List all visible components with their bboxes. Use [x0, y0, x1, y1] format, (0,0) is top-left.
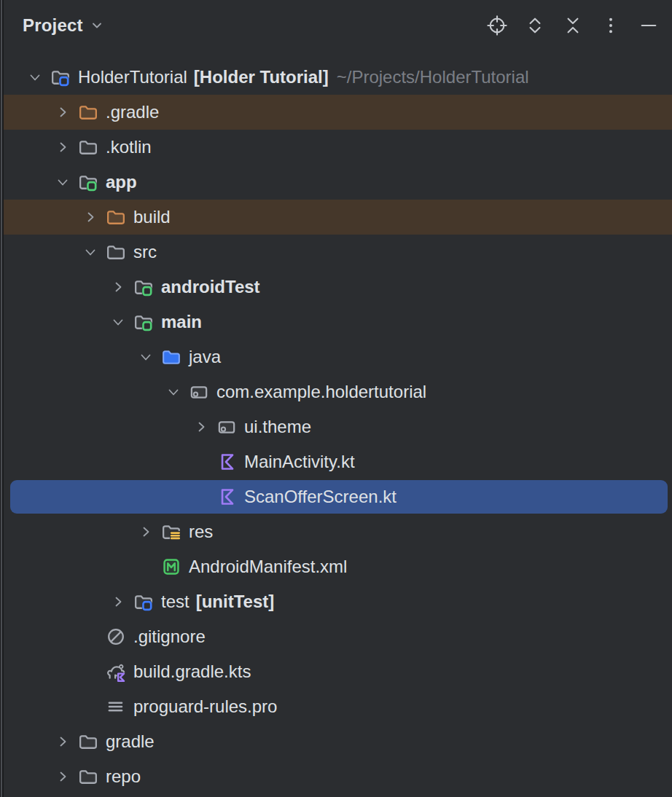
folder-icon	[78, 731, 98, 752]
chevron-down-icon	[90, 18, 104, 33]
row-highlight	[4, 514, 672, 549]
kotlin-file-icon	[216, 452, 237, 472]
item-label: MainActivity.kt	[244, 452, 355, 472]
item-name: com.example.holdertutorial	[216, 382, 426, 402]
item-label: .gitignore	[133, 627, 206, 647]
tree-row-mainactivity.kt[interactable]: MainActivity.kt	[4, 444, 672, 479]
folder-icon	[78, 137, 98, 157]
row-highlight	[4, 654, 672, 689]
tree-row-proguard-rules.pro[interactable]: proguard-rules.pro	[4, 689, 672, 724]
item-label: build.gradle.kts	[133, 661, 251, 682]
collapse-all-button[interactable]	[560, 12, 586, 39]
resources-folder-icon	[161, 522, 181, 542]
gradle-kotlin-file-icon	[106, 661, 126, 682]
chevron-down-icon[interactable]	[136, 339, 155, 374]
chevron-down-icon[interactable]	[109, 305, 128, 339]
folder-icon	[106, 242, 126, 262]
tree-row-.gradle[interactable]: .gradle	[4, 95, 672, 130]
chevron-right-icon[interactable]	[53, 130, 72, 165]
locate-file-button[interactable]	[484, 12, 510, 39]
chevron-right-icon[interactable]	[53, 724, 72, 759]
tree-row-test[interactable]: test[unitTest]	[4, 584, 672, 619]
chevron-down-icon[interactable]	[53, 165, 72, 200]
tree-row-res[interactable]: res	[4, 514, 672, 549]
chevron-right-icon[interactable]	[192, 409, 211, 444]
item-path: ~/Projects/HolderTutorial	[337, 67, 529, 87]
tree-row-app[interactable]: app	[4, 165, 672, 200]
item-label: gradle	[106, 731, 155, 752]
item-label: .kotlin	[106, 137, 152, 157]
tree-row-repo[interactable]: repo	[4, 759, 672, 794]
tree-row-.gitignore[interactable]: .gitignore	[4, 619, 672, 654]
text-file-icon	[106, 696, 126, 717]
chevron-right-icon[interactable]	[81, 200, 100, 235]
tree-row-java[interactable]: java	[4, 339, 672, 374]
chevron-down-icon[interactable]	[81, 235, 100, 270]
item-name: .gitignore	[133, 627, 206, 647]
chevron-spacer	[192, 444, 211, 479]
more-options-button[interactable]	[598, 12, 624, 39]
item-label: proguard-rules.pro	[133, 696, 277, 717]
chevron-right-icon[interactable]	[109, 584, 128, 619]
chevron-right-icon[interactable]	[53, 95, 72, 130]
item-name: repo	[106, 766, 141, 787]
collapse-all-icon	[563, 15, 583, 36]
item-name: .kotlin	[106, 137, 152, 157]
item-name: .gradle	[106, 102, 159, 122]
chevron-right-icon[interactable]	[53, 759, 72, 794]
project-view-selector[interactable]: Project	[23, 15, 104, 36]
item-name: gradle	[106, 731, 155, 752]
item-label: ui.theme	[244, 417, 311, 437]
excluded-folder-icon	[78, 102, 98, 122]
tree-row-holdertutorial[interactable]: HolderTutorial[Holder Tutorial]~/Project…	[4, 60, 672, 95]
project-tree: HolderTutorial[Holder Tutorial]~/Project…	[4, 60, 672, 794]
item-name: src	[133, 242, 157, 262]
row-highlight	[4, 619, 672, 654]
tree-row-build.gradle.kts[interactable]: build.gradle.kts	[4, 654, 672, 689]
tree-row-src[interactable]: src	[4, 235, 672, 270]
locate-file-icon	[487, 15, 507, 36]
row-highlight	[4, 305, 672, 339]
panel-splitter-handle[interactable]	[1, 0, 2, 797]
module-folder-icon	[78, 172, 98, 192]
hide-panel-button[interactable]	[636, 12, 662, 39]
chevron-right-icon[interactable]	[136, 514, 155, 549]
tree-row-androidmanifest.xml[interactable]: AndroidManifest.xml	[4, 549, 672, 584]
chevron-spacer	[81, 619, 100, 654]
row-highlight	[4, 689, 672, 724]
item-label: com.example.holdertutorial	[216, 382, 426, 402]
item-qualifier: [unitTest]	[196, 592, 275, 612]
tree-row-com.example.holdertutorial[interactable]: com.example.holdertutorial	[4, 374, 672, 409]
row-highlight	[4, 200, 672, 235]
chevron-spacer	[81, 689, 100, 724]
item-name: build.gradle.kts	[133, 661, 251, 682]
module-folder-icon	[133, 312, 154, 332]
tree-row-ui.theme[interactable]: ui.theme	[4, 409, 672, 444]
tree-row-build[interactable]: build	[4, 200, 672, 235]
chevron-right-icon[interactable]	[109, 270, 128, 305]
item-name: ScanOfferScreen.kt	[244, 487, 396, 507]
module-folder-icon	[133, 277, 154, 297]
item-label: AndroidManifest.xml	[189, 557, 347, 577]
item-label: repo	[106, 766, 141, 787]
expand-all-button[interactable]	[522, 12, 548, 39]
tree-row-main[interactable]: main	[4, 305, 672, 339]
item-label: androidTest	[161, 277, 260, 297]
manifest-file-icon	[161, 557, 181, 577]
item-label: build	[133, 207, 171, 227]
tree-row-.kotlin[interactable]: .kotlin	[4, 130, 672, 165]
tree-row-gradle[interactable]: gradle	[4, 724, 672, 759]
tree-row-androidtest[interactable]: androidTest	[4, 270, 672, 305]
item-name: app	[106, 172, 137, 192]
hide-panel-icon	[638, 15, 659, 36]
chevron-down-icon[interactable]	[26, 60, 44, 95]
item-name: androidTest	[161, 277, 260, 297]
chevron-down-icon[interactable]	[164, 374, 183, 409]
item-name: AndroidManifest.xml	[189, 557, 347, 577]
tree-row-scanofferscreen.kt[interactable]: ScanOfferScreen.kt	[4, 479, 672, 514]
sources-folder-icon	[161, 347, 181, 367]
row-highlight	[4, 759, 672, 794]
ignored-file-icon	[106, 627, 126, 647]
item-name: MainActivity.kt	[244, 452, 355, 472]
chevron-spacer	[192, 479, 211, 514]
